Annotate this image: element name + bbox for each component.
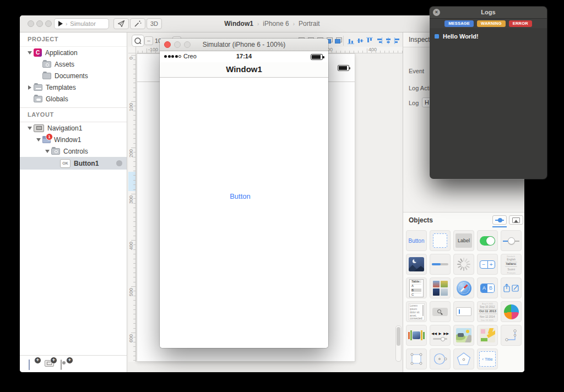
- connection-dot[interactable]: [116, 160, 122, 166]
- object-tile-datepicker[interactable]: Aug 9 2011Sep 10 2012Oct 11 2013Nov 12 2…: [477, 301, 498, 322]
- object-tile-slider[interactable]: [501, 230, 522, 251]
- project-tree: CApplicationAssetsDocumentsTemplatesGlob…: [20, 47, 127, 105]
- align-bottom-icon[interactable]: [347, 37, 355, 47]
- tree-item-templates[interactable]: Templates: [20, 81, 127, 93]
- breadcrumb-item: Window1: [224, 20, 253, 28]
- button1-control[interactable]: Button: [160, 192, 321, 200]
- align-top-icon[interactable]: [366, 37, 373, 47]
- object-tile-oval[interactable]: [430, 349, 451, 369]
- canvas-vertical-scrollbar[interactable]: [395, 325, 402, 362]
- align-middle-icon[interactable]: [356, 37, 364, 47]
- objects-tab-media[interactable]: [509, 215, 523, 225]
- 3d-mode-button[interactable]: 3D: [147, 18, 162, 29]
- tree-item-assets[interactable]: Assets: [20, 58, 127, 70]
- image-thumbnail-icon: [409, 257, 424, 271]
- align-left-icon[interactable]: [394, 37, 402, 47]
- label-sample: Label: [455, 233, 472, 248]
- window-icon: 1: [42, 136, 51, 143]
- object-tile-path[interactable]: [501, 325, 522, 346]
- project-section-header: PROJECT: [20, 32, 127, 47]
- object-tile-scene[interactable]: [453, 325, 474, 346]
- forward-icon: ▶▶: [443, 331, 449, 335]
- simulator-titlebar[interactable]: Simulator (iPhone 6 - 100%): [160, 39, 328, 51]
- disclosure-down-icon[interactable]: [26, 127, 32, 130]
- rotate-tool-button[interactable]: [132, 35, 144, 47]
- object-tile-view[interactable]: [430, 230, 451, 251]
- logs-titlebar[interactable]: × Logs: [430, 7, 547, 19]
- tree-item-globals[interactable]: Globals: [20, 93, 127, 105]
- zoom-window-button[interactable]: [45, 20, 52, 27]
- tree-item-application[interactable]: CApplication: [20, 47, 127, 58]
- add-navigation-button[interactable]: +: [45, 360, 55, 368]
- tree-item-navigation1[interactable]: Navigation1: [20, 122, 127, 134]
- object-tile-picker[interactable]: DeutschEnglishItalianoSuomiFrançais: [501, 254, 522, 275]
- object-tile-browser[interactable]: [453, 277, 474, 298]
- switch-icon: [480, 236, 495, 246]
- logs-filter-bar: MESSAGEWARNINGERROR: [430, 19, 547, 28]
- disclosure-down-icon[interactable]: [35, 138, 41, 141]
- oval-shape-icon: [432, 351, 448, 367]
- add-window-button[interactable]: +: [29, 360, 39, 368]
- log-entry[interactable]: Hello World!: [430, 32, 547, 41]
- ruler-corner: [128, 47, 136, 53]
- disclosure-down-icon[interactable]: [26, 51, 32, 55]
- navigation-icon: [34, 124, 44, 132]
- filter-warning-button[interactable]: WARNING: [477, 20, 506, 27]
- object-tile-share[interactable]: [501, 277, 522, 298]
- object-tile-activity[interactable]: [453, 254, 474, 275]
- object-tile-player[interactable]: ◀◀▶▶▶: [430, 325, 451, 346]
- object-tile-progress[interactable]: [430, 254, 451, 275]
- logs-title: Logs: [430, 9, 547, 15]
- object-tile-collection[interactable]: [430, 277, 451, 298]
- navbar-title-icon: ‹ Title: [479, 351, 496, 367]
- run-simulator-control[interactable]: › Simulator: [54, 18, 109, 29]
- tree-item-controls[interactable]: Controls: [20, 145, 127, 157]
- object-tile-piechart[interactable]: [501, 301, 522, 322]
- align-center-icon[interactable]: [384, 37, 392, 47]
- send-button[interactable]: [113, 18, 129, 29]
- tree-item-label: Button1: [74, 160, 99, 167]
- object-tile-navbar[interactable]: ‹ Title: [477, 349, 498, 369]
- assets-folder-icon: [42, 61, 51, 68]
- loop-icon: [134, 37, 142, 45]
- breadcrumb-separator: ›: [257, 21, 259, 27]
- date-picker-icon: Aug 9 2011Sep 10 2012Oct 11 2013Nov 12 2…: [478, 302, 497, 322]
- zoom-out-button[interactable]: −: [144, 36, 153, 45]
- object-tile-gallery[interactable]: [406, 325, 427, 346]
- object-tile-rectangle[interactable]: [406, 349, 427, 369]
- disclosure-right-icon[interactable]: [26, 85, 32, 90]
- tree-item-window1[interactable]: 1Window1: [20, 134, 127, 145]
- layer-group-icon[interactable]: [335, 37, 342, 43]
- ok-button-icon: OK: [60, 159, 70, 168]
- object-tile-table[interactable]: TableABC: [406, 277, 427, 298]
- collection-icon: [433, 281, 448, 296]
- object-tile-switch[interactable]: [477, 230, 498, 251]
- disclosure-down-icon[interactable]: [44, 150, 50, 153]
- object-tile-polygon[interactable]: [453, 349, 474, 369]
- object-tile-stepper[interactable]: −+: [477, 254, 498, 275]
- filter-error-button[interactable]: ERROR: [509, 20, 532, 27]
- object-tile-textfield[interactable]: [453, 301, 474, 322]
- object-tile-segmented[interactable]: AB: [477, 277, 498, 298]
- object-tile-searchbar[interactable]: [430, 301, 451, 322]
- layout-section-header: LAYOUT: [20, 107, 127, 122]
- align-right-icon[interactable]: [375, 37, 383, 47]
- object-tile-label[interactable]: Label: [453, 230, 474, 251]
- object-tile-button[interactable]: Button: [406, 230, 427, 251]
- minimize-window-button[interactable]: [36, 20, 43, 27]
- close-window-button[interactable]: [28, 20, 34, 27]
- objects-tab-controls[interactable]: [492, 215, 507, 225]
- status-time: 17:14: [160, 53, 328, 59]
- object-tile-imageview[interactable]: [406, 254, 427, 275]
- tree-item-button1[interactable]: OKButton1: [20, 157, 127, 170]
- segmented-control-icon: AB: [480, 284, 495, 293]
- magic-wand-button[interactable]: [130, 18, 145, 29]
- plus-badge-icon: +: [66, 357, 73, 364]
- play-icon: ▶: [439, 331, 442, 335]
- add-control-button[interactable]: +: [61, 360, 70, 368]
- filter-message-button[interactable]: MESSAGE: [444, 20, 474, 27]
- logs-window: × Logs MESSAGEWARNINGERROR Hello World!: [430, 7, 547, 179]
- object-tile-map[interactable]: [477, 325, 498, 346]
- object-tile-textview[interactable]: Lorem ipsum dolor sit amet, consected: [406, 301, 427, 322]
- tree-item-documents[interactable]: Documents: [20, 70, 127, 81]
